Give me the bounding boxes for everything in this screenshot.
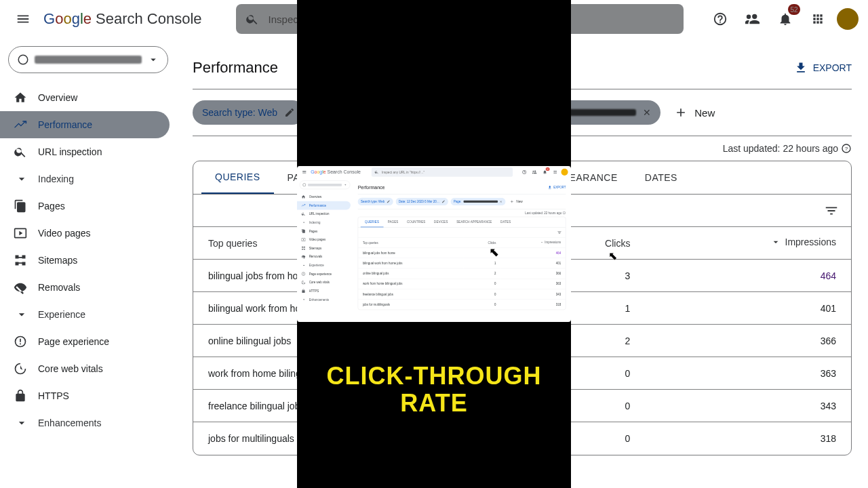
url-inspect-input[interactable] — [382, 170, 510, 174]
sidebar-item-label: Page experience — [38, 336, 109, 347]
export-button[interactable]: EXPORT — [547, 185, 566, 189]
svg-text:?: ? — [845, 146, 848, 152]
avatar[interactable] — [837, 8, 859, 30]
table-row[interactable]: work from home bilingual jobs0363 — [358, 279, 566, 289]
page-title: Performance — [358, 184, 385, 190]
people-icon[interactable] — [739, 5, 766, 33]
table-row[interactable]: freelance bilingual jobs0343 — [358, 289, 566, 299]
avatar[interactable] — [561, 169, 568, 176]
sidebar-item-pages[interactable]: Pages — [0, 192, 170, 220]
sidebar-item-overview[interactable]: Overview — [297, 192, 351, 201]
pencil-icon — [387, 200, 390, 203]
sidebar-item-performance[interactable]: Performance — [0, 111, 170, 138]
globe-icon — [302, 183, 307, 187]
sidebar-section-experience[interactable]: Experience — [0, 301, 176, 328]
tab-dates[interactable]: DATES — [631, 161, 691, 194]
sidebar-item-core-web-vitals[interactable]: Core web vitals — [0, 355, 170, 382]
filter-icon[interactable] — [824, 203, 839, 218]
tab-queries[interactable]: QUERIES — [361, 217, 384, 227]
product-name: Search Console — [328, 169, 361, 175]
sidebar-item-video-pages[interactable]: Video pages — [297, 235, 351, 244]
url-inspect-search[interactable] — [372, 167, 513, 177]
tab-queries[interactable]: QUERIES — [201, 161, 274, 194]
apps-icon[interactable] — [551, 168, 559, 177]
chevron-down-icon — [343, 183, 347, 187]
sidebar-item-removals[interactable]: Removals — [297, 253, 351, 262]
sidebar-item-page-experience[interactable]: Page experience — [297, 270, 351, 279]
chevron-down-icon — [302, 220, 306, 224]
sidebar-item-url-inspection[interactable]: URL inspection — [297, 209, 351, 218]
pencil-icon — [441, 200, 445, 203]
sidebar-item-https[interactable]: HTTPS — [0, 382, 170, 409]
chip-page[interactable]: Page: ✕ — [451, 198, 506, 205]
sidebar-section-indexing[interactable]: Indexing — [0, 165, 176, 192]
cell-impressions: 363 — [500, 279, 566, 289]
chevron-down-icon — [15, 416, 28, 430]
sidebar-item-core-web-vitals[interactable]: Core web vitals — [297, 278, 351, 287]
sidebar-item-https[interactable]: HTTPS — [297, 287, 351, 296]
add-filter-button[interactable]: New — [508, 199, 524, 203]
sidebar-item-label: Removals — [309, 255, 323, 258]
tab-bar: QUERIES PAGES COUNTRIES DEVICES SEARCH A… — [358, 217, 566, 227]
help-icon[interactable]: ? — [841, 143, 852, 154]
col-impressions[interactable]: Impressions — [500, 238, 566, 248]
close-icon[interactable]: ✕ — [500, 200, 502, 203]
col-impressions[interactable]: Impressions — [645, 227, 851, 260]
sidebar-item-label: Pages — [38, 201, 65, 211]
filter-icon[interactable] — [557, 230, 561, 235]
add-filter-button[interactable]: New — [669, 106, 720, 119]
tab-devices[interactable]: DEVICES — [430, 217, 452, 227]
tab-countries[interactable]: COUNTRIES — [403, 217, 430, 227]
help-icon[interactable] — [707, 5, 734, 33]
last-updated: Last updated: 22 hours ago ? — [358, 209, 566, 216]
sidebar-item-video-pages[interactable]: Video pages — [0, 220, 170, 247]
sidebar-item-label: Core web vitals — [309, 281, 330, 284]
sidebar-item-pages[interactable]: Pages — [297, 227, 351, 236]
sidebar-item-label: Pages — [309, 229, 318, 232]
arrow-down-icon — [770, 237, 781, 247]
sidebar-item-sitemaps[interactable]: Sitemaps — [297, 244, 351, 253]
sidebar: Overview Performance URL inspection Inde… — [0, 38, 176, 488]
sidebar-section-experience[interactable]: Experience — [297, 261, 353, 270]
table-row[interactable]: online bilingual jobs2366 — [358, 268, 566, 279]
logo: Google Search Console — [43, 10, 202, 28]
table-row[interactable]: bilingual work from home jobs1401 — [358, 258, 566, 268]
hamburger-icon[interactable] — [9, 5, 37, 33]
sidebar-item-overview[interactable]: Overview — [0, 84, 170, 111]
product-name: Search Console — [96, 10, 202, 28]
chip-search-type[interactable]: Search type: Web — [193, 100, 304, 125]
table-row[interactable]: bilingual jobs from home3464 — [358, 248, 566, 258]
sidebar-item-performance[interactable]: Performance — [297, 201, 351, 210]
tab-search-appearance[interactable]: SEARCH APPEARANCE — [452, 217, 496, 227]
close-icon[interactable]: ✕ — [643, 107, 651, 118]
sidebar-section-enhancements[interactable]: Enhancements — [297, 296, 353, 304]
sidebar-item-label: Overview — [38, 92, 77, 103]
chip-search-type[interactable]: Search type: Web — [358, 198, 393, 205]
apps-icon[interactable] — [804, 5, 831, 33]
sidebar-item-page-experience[interactable]: Page experience — [0, 328, 170, 355]
cell-impressions: 318 — [645, 422, 851, 455]
notifications-icon[interactable]: 52 — [540, 168, 549, 177]
notifications-icon[interactable]: 52 — [772, 5, 799, 33]
tab-pages[interactable]: PAGES — [383, 217, 402, 227]
cell-query: work from home bilingual jobs — [358, 279, 463, 289]
sidebar: Overview Performance URL inspection Inde… — [297, 178, 353, 323]
notif-badge: 52 — [788, 4, 800, 15]
col-query[interactable]: Top queries — [358, 238, 463, 248]
chip-date[interactable]: Date: 12 Dec 2023-5 Mar 20… — [396, 198, 448, 205]
property-selector[interactable] — [300, 180, 350, 189]
people-icon[interactable] — [530, 168, 539, 177]
help-icon[interactable]: ? — [562, 211, 566, 215]
tab-dates[interactable]: DATES — [496, 217, 515, 227]
sidebar-item-label: Page experience — [309, 272, 332, 276]
sidebar-item-url-inspection[interactable]: URL inspection — [0, 138, 170, 165]
sidebar-item-sitemaps[interactable]: Sitemaps — [0, 247, 170, 274]
sidebar-section-indexing[interactable]: Indexing — [297, 218, 353, 227]
export-button[interactable]: EXPORT — [794, 61, 852, 75]
hamburger-icon[interactable] — [300, 168, 309, 177]
table-row[interactable]: jobs for multilinguals0318 — [358, 299, 566, 309]
help-icon[interactable] — [520, 168, 529, 177]
sidebar-item-removals[interactable]: Removals — [0, 274, 170, 301]
property-selector[interactable] — [8, 46, 168, 73]
sidebar-section-enhancements[interactable]: Enhancements — [0, 409, 176, 436]
